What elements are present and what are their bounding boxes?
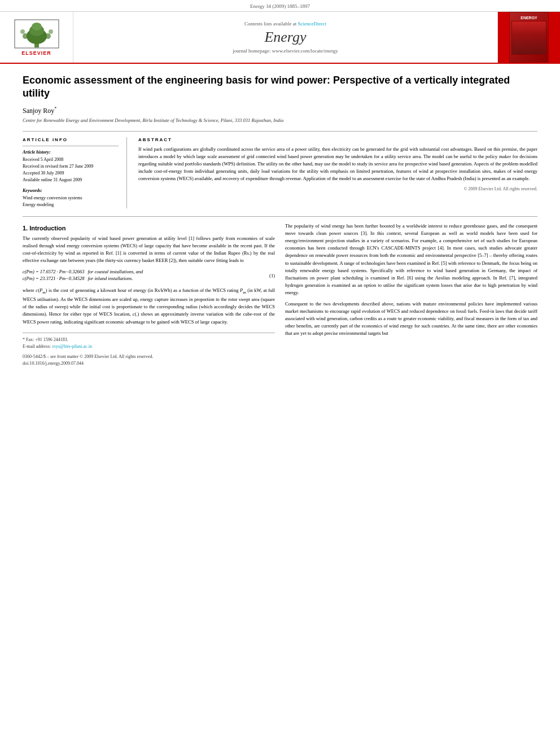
- formula-block: c(Pm) = 17.6572 · Pm−0.32663 for coastal…: [23, 269, 275, 282]
- sciencedirect-link[interactable]: ScienceDirect: [298, 21, 326, 27]
- formula-eq-1: c(Pm) = 17.6572 · Pm−0.32663: [23, 269, 84, 274]
- formula-row-2: c(Pm) = 23.3721 · Pm−0.34528 for inland …: [23, 276, 264, 281]
- svg-point-3: [32, 23, 42, 30]
- received-date: Received 5 April 2008: [23, 156, 119, 163]
- article-info-heading: ARTICLE INFO: [23, 137, 119, 142]
- svg-point-5: [45, 33, 51, 39]
- journal-header: ELSEVIER Contents lists available at Sci…: [0, 12, 560, 64]
- footnote-section: * Fax: +91 1596 244183. E-mail address: …: [23, 333, 275, 367]
- intro-para2: where c(Pm) is the cost of generating a …: [23, 287, 275, 325]
- introduction-heading: 1. Introduction: [23, 225, 275, 231]
- formula-number: (1): [269, 273, 275, 278]
- footnote-issn: 0360-5442/$ – see front matter © 2009 El…: [23, 353, 275, 360]
- formula-row-1: c(Pm) = 17.6572 · Pm−0.32663 for coastal…: [23, 269, 264, 274]
- keywords-section: Keywords: Wind energy conversion systems…: [23, 188, 119, 208]
- right-para1: The popularity of wind energy has been f…: [285, 222, 537, 297]
- body-columns: 1. Introduction The currently observed p…: [23, 222, 537, 367]
- affiliation: Centre for Renewable Energy and Environm…: [23, 117, 537, 123]
- right-para2: Consequent to the two developments descr…: [285, 300, 537, 338]
- divider-2: [23, 216, 537, 217]
- history-label: Article history:: [23, 150, 119, 155]
- footnote-fax: * Fax: +91 1596 244183.: [23, 337, 275, 343]
- energy-cover-title: ENERGY: [520, 16, 537, 20]
- divider-info: [23, 146, 119, 146]
- elsevier-brand-text: ELSEVIER: [21, 50, 51, 56]
- footnote-email: E-mail address: roys@bits-pilani.ac.in: [23, 343, 275, 350]
- author-name: Sanjoy Roy*: [23, 106, 537, 115]
- abstract-heading: ABSTRACT: [138, 137, 537, 142]
- abstract-text: If wind park configurations are globally…: [138, 146, 537, 183]
- formula-lines: c(Pm) = 17.6572 · Pm−0.32663 for coastal…: [23, 269, 264, 282]
- formula-eq-2: c(Pm) = 23.3721 · Pm−0.34528: [23, 276, 84, 281]
- abstract-copyright: © 2009 Elsevier Ltd. All rights reserved…: [138, 186, 537, 191]
- article-info: ARTICLE INFO Article history: Received 5…: [23, 137, 127, 208]
- main-content: Economic assessment of the engineering b…: [0, 64, 560, 378]
- formula-desc-1: for coastal installations, and: [88, 269, 143, 274]
- email-link[interactable]: roys@bits-pilani.ac.in: [52, 344, 92, 349]
- intro-para1: The currently observed popularity of win…: [23, 235, 275, 265]
- available-date: Available online 31 August 2009: [23, 177, 119, 184]
- footnote-doi: doi:10.1016/j.energy.2009.07.044: [23, 360, 275, 367]
- article-title: Economic assessment of the engineering b…: [23, 74, 537, 101]
- journal-homepage: journal homepage: www.elsevier.com/locat…: [233, 48, 338, 54]
- divider-1: [23, 131, 537, 132]
- formula-desc-2: for inland installations.: [88, 276, 133, 281]
- journal-citation: Energy 34 (2009) 1885–1897: [250, 3, 310, 9]
- journal-center: Contents lists available at ScienceDirec…: [73, 12, 498, 63]
- energy-cover-image: ENERGY: [509, 12, 549, 63]
- keyword-1: Wind energy conversion systems: [23, 195, 119, 202]
- energy-logo-box: ENERGY: [498, 12, 560, 63]
- svg-point-4: [23, 33, 28, 39]
- elsevier-tree-icon: [14, 19, 59, 49]
- left-column: 1. Introduction The currently observed p…: [23, 222, 275, 367]
- right-column: The popularity of wind energy has been f…: [285, 222, 537, 367]
- svg-point-6: [20, 29, 25, 34]
- revised-date: Received in revised form 27 June 2009: [23, 163, 119, 170]
- info-abstract-section: ARTICLE INFO Article history: Received 5…: [23, 137, 537, 208]
- elsevier-logo: ELSEVIER: [0, 12, 73, 63]
- keyword-2: Energy modeling: [23, 202, 119, 208]
- abstract-col: ABSTRACT If wind park configurations are…: [138, 137, 537, 208]
- svg-point-7: [49, 29, 53, 34]
- keywords-label: Keywords:: [23, 188, 119, 193]
- journal-info-bar: Energy 34 (2009) 1885–1897: [0, 0, 560, 12]
- journal-name: Energy: [264, 29, 306, 46]
- accepted-date: Accepted 30 July 2009: [23, 170, 119, 177]
- page-wrapper: Energy 34 (2009) 1885–1897 ELSEVIER: [0, 0, 560, 378]
- sciencedirect-info: Contents lists available at ScienceDirec…: [244, 21, 326, 27]
